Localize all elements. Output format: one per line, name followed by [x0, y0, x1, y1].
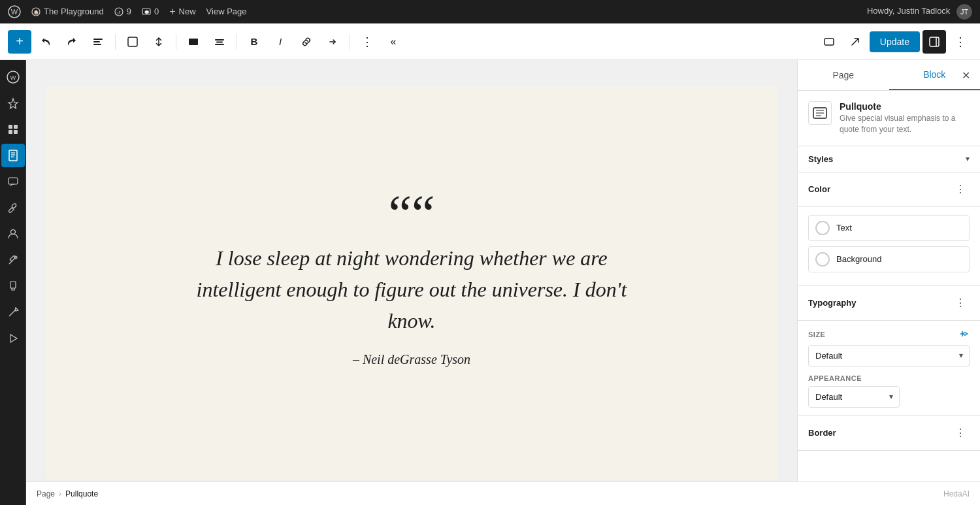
svg-rect-14	[189, 39, 198, 45]
pullquote-block[interactable]: ““ I lose sleep at night wondering wheth…	[189, 198, 634, 367]
comments[interactable]: 💬 0	[142, 7, 159, 16]
sidebar-icon-play[interactable]	[1, 327, 25, 350]
background-color-label: Background	[836, 254, 881, 264]
tab-page[interactable]: Page	[798, 60, 889, 90]
user-greeting: Howdy, Justin Tadlock JT	[867, 4, 972, 20]
svg-text:JT: JT	[960, 8, 969, 16]
text-color-swatch	[815, 221, 830, 235]
canvas-area[interactable]: ““ I lose sleep at night wondering wheth…	[26, 60, 797, 505]
block-info-text: Pullquote Give special visual emphasis t…	[840, 101, 970, 135]
svg-rect-16	[216, 41, 223, 42]
svg-text:W: W	[11, 8, 18, 16]
quote-citation[interactable]: – Neil deGrasse Tyson	[189, 352, 634, 367]
svg-rect-10	[93, 39, 103, 40]
svg-rect-12	[93, 44, 101, 45]
size-select-wrapper: Default Small Medium Large X-Large	[808, 345, 970, 367]
size-label: SIZE	[808, 329, 970, 341]
external-view-button[interactable]	[843, 30, 867, 54]
background-color-option[interactable]: Background	[808, 246, 970, 272]
svg-text:W: W	[10, 74, 16, 81]
quote-text[interactable]: I lose sleep at night wondering whether …	[189, 242, 634, 336]
size-control-icon[interactable]	[959, 329, 970, 341]
block-description: Give special visual emphasis to a quote …	[840, 113, 970, 135]
svg-rect-15	[215, 39, 224, 41]
sidebar-icon-plugin[interactable]	[1, 274, 25, 298]
sidebar-icon-wp[interactable]: W	[1, 65, 25, 89]
quote-marks: ““	[189, 198, 634, 229]
collapse-sidebar-button[interactable]: «	[382, 30, 405, 54]
svg-rect-31	[8, 178, 18, 184]
link-button[interactable]	[295, 30, 318, 54]
redo-button[interactable]	[60, 30, 84, 54]
size-select[interactable]: Default Small Medium Large X-Large	[808, 345, 970, 367]
svg-text:💬: 💬	[144, 10, 150, 15]
border-section-actions: ⋮	[951, 424, 970, 442]
wp-logo-admin[interactable]: W	[8, 5, 21, 18]
typography-label: Typography	[808, 298, 856, 308]
appearance-select[interactable]: Default Thin Light Regular Medium Semi B…	[808, 386, 900, 408]
background-color-swatch	[815, 252, 830, 267]
border-more-button[interactable]: ⋮	[951, 424, 970, 442]
italic-button[interactable]: I	[269, 30, 292, 54]
bold-button[interactable]: B	[242, 30, 266, 54]
breadcrumb-pullquote: Pullquote	[65, 489, 98, 498]
sidebar-icon-user[interactable]	[1, 222, 25, 246]
editor-options-button[interactable]: ⋮	[949, 30, 972, 54]
text-color-option[interactable]: Text	[808, 215, 970, 241]
preview-view-button[interactable]	[817, 30, 841, 54]
sidebar-icon-wrench[interactable]	[1, 196, 25, 220]
right-panel: Page Block ✕ Pullquote Give special visu…	[797, 60, 980, 505]
add-block-button[interactable]: +	[8, 30, 31, 54]
more-rich-text-button[interactable]	[321, 30, 344, 54]
block-options-button[interactable]: ⋮	[355, 30, 379, 54]
svg-rect-26	[14, 130, 18, 134]
sidebar-icon-paint[interactable]	[1, 301, 25, 324]
panel-close-button[interactable]: ✕	[956, 66, 975, 84]
color-label: Color	[808, 184, 830, 194]
typography-section-header[interactable]: Typography ⋮	[798, 286, 980, 321]
site-name[interactable]: 🏠 The Playground	[31, 7, 104, 16]
list-view-button[interactable]	[86, 30, 110, 54]
sidebar-icon-pin[interactable]	[1, 91, 25, 115]
typography-more-button[interactable]: ⋮	[951, 294, 970, 312]
align-left-button[interactable]	[182, 30, 205, 54]
revisions[interactable]: ↺ 9	[114, 7, 131, 16]
styles-section-header[interactable]: Styles ▾	[798, 146, 980, 172]
svg-rect-18	[825, 39, 834, 45]
align-center-button[interactable]	[208, 30, 231, 54]
canvas-content: ““ I lose sleep at night wondering wheth…	[46, 86, 777, 479]
footer-brand: HedaAI	[797, 481, 980, 505]
color-section-actions: ⋮	[951, 180, 970, 199]
breadcrumb-page[interactable]: Page	[37, 489, 55, 498]
sidebar-icon-page[interactable]	[1, 144, 25, 167]
block-view-button[interactable]	[121, 30, 144, 54]
text-color-label: Text	[836, 223, 852, 233]
color-more-button[interactable]: ⋮	[951, 180, 970, 199]
sidebar-icon-comment[interactable]	[1, 170, 25, 193]
svg-text:🏠: 🏠	[33, 9, 39, 15]
new-button[interactable]: + New	[169, 6, 195, 18]
block-type-icon	[808, 101, 832, 125]
admin-bar: W 🏠 The Playground ↺ 9 💬 0 + New View Pa…	[0, 0, 980, 24]
appearance-label: APPEARANCE	[808, 374, 970, 382]
svg-rect-25	[8, 130, 12, 134]
view-page[interactable]: View Page	[206, 7, 247, 16]
border-label: Border	[808, 428, 836, 438]
svg-rect-11	[93, 41, 100, 42]
sidebar-icon-blocks[interactable]	[1, 118, 25, 141]
up-down-button[interactable]	[147, 30, 171, 54]
toolbar-divider-3	[237, 34, 237, 50]
update-button[interactable]: Update	[870, 31, 920, 52]
svg-text:↺: ↺	[117, 10, 121, 14]
toggle-sidebar-button[interactable]	[923, 30, 946, 54]
panel-tabs: Page Block ✕	[798, 60, 980, 91]
sidebar-icon-tools[interactable]	[1, 248, 25, 272]
typography-section-actions: ⋮	[951, 294, 970, 312]
svg-rect-34	[10, 282, 16, 288]
color-section-header[interactable]: Color ⋮	[798, 172, 980, 207]
border-section-header[interactable]: Border ⋮	[798, 416, 980, 451]
toolbar-right: Update ⋮	[817, 30, 972, 54]
undo-button[interactable]	[34, 30, 57, 54]
svg-rect-24	[14, 125, 18, 129]
svg-rect-13	[128, 37, 137, 46]
